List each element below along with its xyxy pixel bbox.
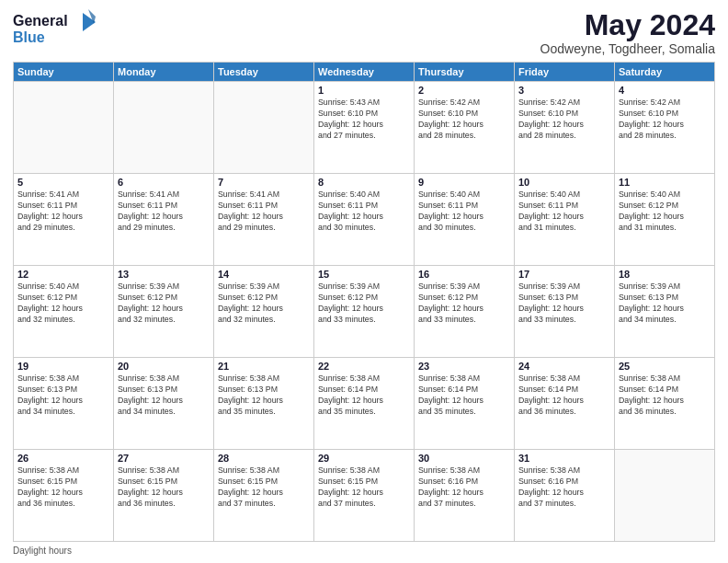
day-info: Sunrise: 5:38 AMSunset: 6:14 PMDaylight:…: [318, 373, 410, 418]
day-number: 30: [418, 453, 510, 464]
day-info: Sunrise: 5:38 AMSunset: 6:13 PMDaylight:…: [17, 373, 109, 418]
day-info: Sunrise: 5:40 AMSunset: 6:11 PMDaylight:…: [518, 190, 610, 234]
logo-svg: General Blue: [13, 9, 96, 48]
calendar-cell: 20Sunrise: 5:38 AMSunset: 6:13 PMDayligh…: [114, 358, 214, 450]
day-info: Sunrise: 5:42 AMSunset: 6:10 PMDaylight:…: [518, 98, 610, 142]
day-number: 1: [318, 85, 410, 96]
calendar-dow-friday: Friday: [515, 63, 615, 82]
day-number: 3: [518, 85, 610, 96]
calendar-table: SundayMondayTuesdayWednesdayThursdayFrid…: [13, 62, 715, 542]
day-info: Sunrise: 5:41 AMSunset: 6:11 PMDaylight:…: [218, 190, 310, 234]
calendar-cell: 19Sunrise: 5:38 AMSunset: 6:13 PMDayligh…: [14, 358, 114, 450]
day-info: Sunrise: 5:38 AMSunset: 6:14 PMDaylight:…: [518, 373, 610, 418]
day-number: 13: [118, 269, 210, 280]
calendar-cell: 26Sunrise: 5:38 AMSunset: 6:15 PMDayligh…: [14, 450, 114, 542]
calendar-cell: [214, 82, 314, 174]
day-number: 12: [17, 269, 109, 280]
day-number: 11: [619, 177, 711, 188]
day-number: 23: [418, 361, 510, 372]
calendar-header-row: SundayMondayTuesdayWednesdayThursdayFrid…: [14, 63, 715, 82]
day-number: 16: [418, 269, 510, 280]
calendar-cell: 4Sunrise: 5:42 AMSunset: 6:10 PMDaylight…: [615, 82, 715, 174]
day-info: Sunrise: 5:39 AMSunset: 6:12 PMDaylight:…: [318, 282, 410, 326]
svg-text:Blue: Blue: [13, 29, 45, 45]
day-number: 20: [118, 361, 210, 372]
calendar-cell: 23Sunrise: 5:38 AMSunset: 6:14 PMDayligh…: [415, 358, 515, 450]
day-number: 27: [118, 453, 210, 464]
logo: General Blue: [13, 9, 96, 48]
calendar-cell: 25Sunrise: 5:38 AMSunset: 6:14 PMDayligh…: [615, 358, 715, 450]
day-info: Sunrise: 5:38 AMSunset: 6:15 PMDaylight:…: [218, 465, 310, 510]
day-info: Sunrise: 5:38 AMSunset: 6:16 PMDaylight:…: [418, 465, 510, 510]
day-info: Sunrise: 5:38 AMSunset: 6:16 PMDaylight:…: [518, 465, 610, 510]
calendar-cell: 14Sunrise: 5:39 AMSunset: 6:12 PMDayligh…: [214, 266, 314, 358]
svg-text:General: General: [13, 13, 68, 29]
day-number: 21: [218, 361, 310, 372]
calendar-cell: 29Sunrise: 5:38 AMSunset: 6:15 PMDayligh…: [314, 450, 415, 542]
calendar-cell: 7Sunrise: 5:41 AMSunset: 6:11 PMDaylight…: [214, 174, 314, 266]
day-info: Sunrise: 5:39 AMSunset: 6:13 PMDaylight:…: [619, 282, 711, 326]
week-row-1: 5Sunrise: 5:41 AMSunset: 6:11 PMDaylight…: [14, 174, 715, 266]
calendar-cell: 2Sunrise: 5:42 AMSunset: 6:10 PMDaylight…: [415, 82, 515, 174]
day-info: Sunrise: 5:40 AMSunset: 6:11 PMDaylight:…: [318, 190, 410, 234]
calendar-cell: 9Sunrise: 5:40 AMSunset: 6:11 PMDaylight…: [415, 174, 515, 266]
day-number: 4: [619, 85, 711, 96]
calendar-cell: 31Sunrise: 5:38 AMSunset: 6:16 PMDayligh…: [515, 450, 615, 542]
day-info: Sunrise: 5:41 AMSunset: 6:11 PMDaylight:…: [17, 190, 109, 234]
day-info: Sunrise: 5:38 AMSunset: 6:13 PMDaylight:…: [118, 373, 210, 418]
day-info: Sunrise: 5:39 AMSunset: 6:13 PMDaylight:…: [518, 282, 610, 326]
day-number: 19: [17, 361, 109, 372]
day-number: 8: [318, 177, 410, 188]
footer-label: Daylight hours: [13, 546, 72, 556]
day-info: Sunrise: 5:43 AMSunset: 6:10 PMDaylight:…: [318, 98, 410, 142]
calendar-dow-tuesday: Tuesday: [214, 63, 314, 82]
day-info: Sunrise: 5:38 AMSunset: 6:14 PMDaylight:…: [619, 373, 711, 418]
calendar-cell: 1Sunrise: 5:43 AMSunset: 6:10 PMDaylight…: [314, 82, 415, 174]
day-number: 6: [118, 177, 210, 188]
footer: Daylight hours: [13, 546, 715, 556]
month-title: May 2024: [540, 9, 715, 41]
day-number: 31: [518, 453, 610, 464]
calendar-cell: 10Sunrise: 5:40 AMSunset: 6:11 PMDayligh…: [515, 174, 615, 266]
day-number: 10: [518, 177, 610, 188]
calendar-cell: 11Sunrise: 5:40 AMSunset: 6:12 PMDayligh…: [615, 174, 715, 266]
calendar-cell: [14, 82, 114, 174]
calendar-cell: 28Sunrise: 5:38 AMSunset: 6:15 PMDayligh…: [214, 450, 314, 542]
day-info: Sunrise: 5:39 AMSunset: 6:12 PMDaylight:…: [418, 282, 510, 326]
day-number: 7: [218, 177, 310, 188]
day-number: 25: [619, 361, 711, 372]
day-number: 29: [318, 453, 410, 464]
week-row-3: 19Sunrise: 5:38 AMSunset: 6:13 PMDayligh…: [14, 358, 715, 450]
calendar-cell: 22Sunrise: 5:38 AMSunset: 6:14 PMDayligh…: [314, 358, 415, 450]
day-info: Sunrise: 5:42 AMSunset: 6:10 PMDaylight:…: [418, 98, 510, 142]
calendar-cell: [615, 450, 715, 542]
day-number: 17: [518, 269, 610, 280]
calendar-cell: 16Sunrise: 5:39 AMSunset: 6:12 PMDayligh…: [415, 266, 515, 358]
header-right: May 2024 Oodweyne, Togdheer, Somalia: [540, 9, 715, 56]
calendar-cell: 8Sunrise: 5:40 AMSunset: 6:11 PMDaylight…: [314, 174, 415, 266]
day-info: Sunrise: 5:38 AMSunset: 6:15 PMDaylight:…: [318, 465, 410, 510]
calendar-cell: 5Sunrise: 5:41 AMSunset: 6:11 PMDaylight…: [14, 174, 114, 266]
calendar-dow-wednesday: Wednesday: [314, 63, 415, 82]
calendar-cell: 21Sunrise: 5:38 AMSunset: 6:13 PMDayligh…: [214, 358, 314, 450]
day-info: Sunrise: 5:38 AMSunset: 6:14 PMDaylight:…: [418, 373, 510, 418]
day-info: Sunrise: 5:40 AMSunset: 6:12 PMDaylight:…: [17, 282, 109, 326]
page: General Blue May 2024 Oodweyne, Togdheer…: [0, 0, 728, 563]
day-number: 18: [619, 269, 711, 280]
day-number: 5: [17, 177, 109, 188]
day-number: 22: [318, 361, 410, 372]
calendar-dow-monday: Monday: [114, 63, 214, 82]
calendar-cell: 15Sunrise: 5:39 AMSunset: 6:12 PMDayligh…: [314, 266, 415, 358]
location: Oodweyne, Togdheer, Somalia: [540, 41, 715, 56]
day-number: 24: [518, 361, 610, 372]
day-info: Sunrise: 5:38 AMSunset: 6:15 PMDaylight:…: [17, 465, 109, 510]
header: General Blue May 2024 Oodweyne, Togdheer…: [13, 9, 715, 56]
calendar-cell: 12Sunrise: 5:40 AMSunset: 6:12 PMDayligh…: [14, 266, 114, 358]
day-info: Sunrise: 5:38 AMSunset: 6:13 PMDaylight:…: [218, 373, 310, 418]
day-number: 28: [218, 453, 310, 464]
calendar-cell: 3Sunrise: 5:42 AMSunset: 6:10 PMDaylight…: [515, 82, 615, 174]
calendar-cell: 30Sunrise: 5:38 AMSunset: 6:16 PMDayligh…: [415, 450, 515, 542]
day-info: Sunrise: 5:40 AMSunset: 6:11 PMDaylight:…: [418, 190, 510, 234]
calendar-dow-thursday: Thursday: [415, 63, 515, 82]
calendar-cell: 18Sunrise: 5:39 AMSunset: 6:13 PMDayligh…: [615, 266, 715, 358]
